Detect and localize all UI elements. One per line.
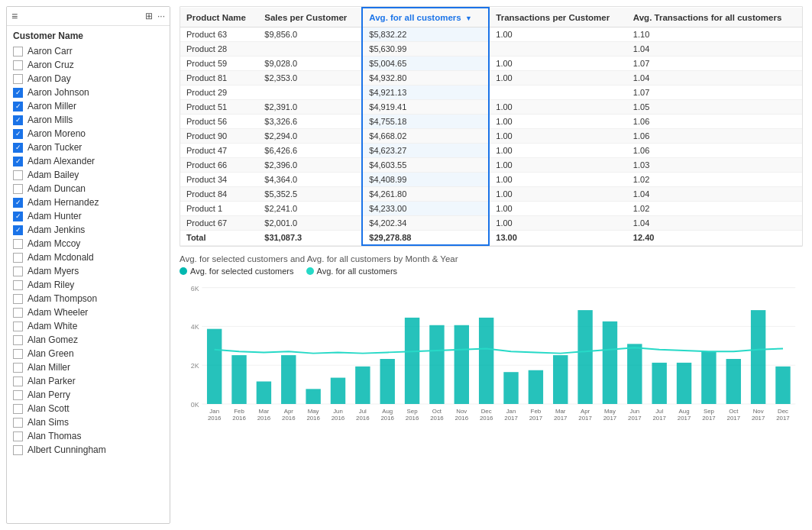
checkbox[interactable] <box>13 239 23 249</box>
table-cell: $4,919.41 <box>362 100 489 115</box>
more-icon[interactable]: ··· <box>157 11 165 21</box>
table-row[interactable]: Product 90$2,294.0$4,668.021.001.06 <box>180 129 802 144</box>
sidebar-item[interactable]: ✓Adam Jenkins <box>7 223 170 237</box>
table-cell: $4,668.02 <box>362 129 489 144</box>
col-header-product[interactable]: Product Name <box>180 8 258 27</box>
sidebar-item[interactable]: ✓Aaron Mills <box>7 113 170 127</box>
col-header-sales[interactable]: Sales per Customer <box>258 8 362 27</box>
checkbox[interactable]: ✓ <box>13 225 23 235</box>
sidebar-item[interactable]: Adam White <box>7 319 170 333</box>
sidebar-item[interactable]: Alan Gomez <box>7 333 170 347</box>
sidebar-item[interactable]: Adam Mccoy <box>7 237 170 250</box>
table-row[interactable]: Product 59$9,028.0$5,004.651.001.07 <box>180 57 802 71</box>
table-row[interactable]: Product 34$4,364.0$4,408.991.001.02 <box>180 173 802 187</box>
col-header-trans[interactable]: Transactions per Customer <box>489 8 627 27</box>
checkbox[interactable]: ✓ <box>13 115 23 125</box>
checkbox[interactable]: ✓ <box>13 198 23 208</box>
table-row[interactable]: Product 63$9,856.0$5,832.221.001.10 <box>180 27 802 42</box>
sidebar-item[interactable]: Aaron Day <box>7 72 170 86</box>
sidebar-item[interactable]: Aaron Cruz <box>7 58 170 72</box>
sidebar-item[interactable]: Alan Perry <box>7 388 170 402</box>
sidebar-item[interactable]: Adam Riley <box>7 278 170 292</box>
checkbox[interactable] <box>13 418 23 428</box>
table-row[interactable]: Product 29$4,921.131.07 <box>180 86 802 100</box>
checkbox[interactable]: ✓ <box>13 129 23 139</box>
sidebar-item[interactable]: Alan Green <box>7 347 170 360</box>
svg-text:2016: 2016 <box>356 415 370 422</box>
checkbox[interactable] <box>13 60 23 70</box>
table-row[interactable]: Product 47$6,426.6$4,623.271.001.06 <box>180 144 802 158</box>
table-row[interactable]: Product 1$2,241.0$4,233.001.001.02 <box>180 202 802 216</box>
sidebar-item[interactable]: ✓Adam Alexander <box>7 154 170 168</box>
sidebar-item[interactable]: Alan Miller <box>7 360 170 374</box>
table-row[interactable]: Product 81$2,353.0$4,932.801.001.04 <box>180 71 802 86</box>
sidebar-item[interactable]: Adam Bailey <box>7 168 170 182</box>
table-row[interactable]: Product 84$5,352.5$4,261.801.001.04 <box>180 187 802 202</box>
checkbox[interactable]: ✓ <box>13 102 23 111</box>
sidebar-item[interactable]: Alan Thomas <box>7 429 170 443</box>
checkbox[interactable] <box>13 170 23 180</box>
sidebar-item[interactable]: Albert Cunningham <box>7 443 170 457</box>
sidebar-item[interactable]: Adam Duncan <box>7 182 170 196</box>
checkbox[interactable] <box>13 431 23 441</box>
sidebar-item[interactable]: ✓Aaron Miller <box>7 99 170 113</box>
table-cell: 1.10 <box>627 27 802 42</box>
sidebar-item[interactable]: ✓Adam Hunter <box>7 209 170 223</box>
sidebar-item[interactable]: Alan Scott <box>7 402 170 415</box>
checkbox[interactable] <box>13 47 23 57</box>
grid-icon[interactable]: ⊞ <box>145 11 153 21</box>
sidebar-item[interactable]: ✓Aaron Johnson <box>7 86 170 99</box>
table-row[interactable]: Product 67$2,001.0$4,202.341.001.04 <box>180 216 802 231</box>
total-cell: 12.40 <box>627 231 802 246</box>
checkbox[interactable] <box>13 390 23 400</box>
table-row[interactable]: Product 51$2,391.0$4,919.411.001.05 <box>180 100 802 115</box>
chart-legend: Avg. for selected customers Avg. for all… <box>180 267 803 276</box>
sidebar-item[interactable]: Adam Mcdonald <box>7 250 170 264</box>
customer-name-label: Alan Thomas <box>27 431 81 441</box>
checkbox[interactable]: ✓ <box>13 212 23 221</box>
svg-text:2017: 2017 <box>578 415 591 422</box>
customer-name-label: Adam Thompson <box>27 293 97 304</box>
checkbox[interactable] <box>13 253 23 263</box>
table-cell: Product 51 <box>180 100 258 115</box>
table-row[interactable]: Product 28$5,630.991.04 <box>180 42 802 57</box>
sidebar-item[interactable]: Adam Wheeler <box>7 305 170 319</box>
checkbox[interactable] <box>13 335 23 345</box>
main-content: Product Name Sales per Customer Avg. for… <box>170 0 812 530</box>
table-row[interactable]: Product 56$3,326.6$4,755.181.001.06 <box>180 115 802 129</box>
sidebar-item[interactable]: ✓Adam Hernandez <box>7 196 170 209</box>
checkbox[interactable]: ✓ <box>13 157 23 166</box>
checkbox[interactable] <box>13 184 23 194</box>
checkbox[interactable] <box>13 74 23 84</box>
sidebar-item[interactable]: Alan Parker <box>7 374 170 388</box>
sidebar-item[interactable]: ✓Aaron Tucker <box>7 141 170 154</box>
table-cell: 1.00 <box>489 27 627 42</box>
checkbox[interactable] <box>13 376 23 386</box>
sidebar-item[interactable]: ✓Aaron Moreno <box>7 127 170 141</box>
col-header-avg-trans[interactable]: Avg. Transactions for all customers <box>627 8 802 27</box>
sidebar-item[interactable]: Aaron Carr <box>7 44 170 58</box>
svg-text:Oct: Oct <box>729 408 739 415</box>
checkbox[interactable] <box>13 349 23 359</box>
checkbox[interactable] <box>13 267 23 276</box>
sidebar-item[interactable]: Alan Sims <box>7 415 170 429</box>
sidebar-item[interactable]: Adam Myers <box>7 264 170 278</box>
col-header-avg[interactable]: Avg. for all customers ▼ <box>362 8 489 27</box>
table-row[interactable]: Product 66$2,396.0$4,603.551.001.03 <box>180 158 802 173</box>
checkbox[interactable] <box>13 322 23 331</box>
customer-name-label: Aaron Miller <box>27 101 76 111</box>
checkbox[interactable] <box>13 445 23 455</box>
checkbox[interactable]: ✓ <box>13 88 23 98</box>
checkbox[interactable]: ✓ <box>13 143 23 153</box>
svg-text:2017: 2017 <box>603 415 616 422</box>
checkbox[interactable] <box>13 308 23 318</box>
sidebar-item[interactable]: Adam Thompson <box>7 292 170 305</box>
checkbox[interactable] <box>13 404 23 414</box>
checkbox[interactable] <box>13 280 23 290</box>
legend-dot-all <box>306 267 314 275</box>
checkbox[interactable] <box>13 294 23 304</box>
table-cell: 1.00 <box>489 115 627 129</box>
checkbox[interactable] <box>13 363 23 373</box>
hamburger-icon[interactable]: ≡ <box>11 10 18 22</box>
chart-area: 6K4K2K0KJan2016Feb2016Mar2016Apr2016May2… <box>180 279 803 439</box>
